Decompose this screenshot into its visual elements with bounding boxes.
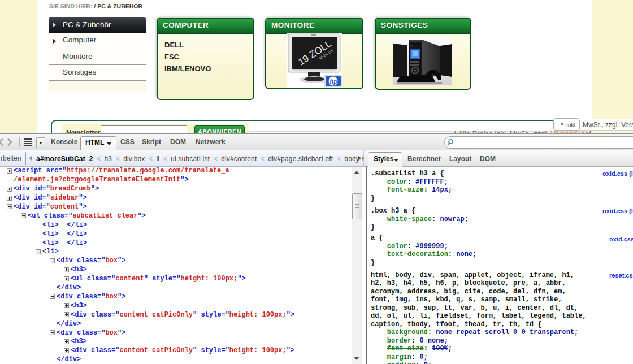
svg-text:hp: hp: [330, 77, 337, 85]
